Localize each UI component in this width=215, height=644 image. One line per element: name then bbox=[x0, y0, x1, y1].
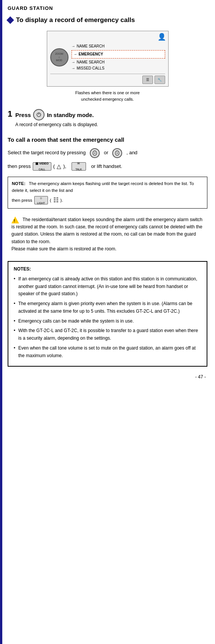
and-text: , and bbox=[126, 150, 137, 155]
select-text: Select the target record by pressing bbox=[8, 150, 86, 155]
step-content: Press In standby mode. A record of emerg… bbox=[15, 109, 207, 133]
subsection-title: To call a room that sent the emergency c… bbox=[8, 136, 207, 143]
flash-note: Flashes when there is one or moreuncheck… bbox=[8, 90, 207, 102]
paren-open: ( bbox=[53, 161, 55, 171]
device-bottom: ☰ 🔧 bbox=[50, 74, 165, 84]
video-call-button[interactable]: ▩ VIDEO CALL bbox=[33, 162, 51, 171]
instruction-line-2: then press ▩ VIDEO CALL ( △ ), ✉ TALK or… bbox=[8, 161, 207, 172]
or-text: or bbox=[104, 150, 108, 155]
grid-icon: ☷ bbox=[53, 195, 59, 205]
device-knob: ZOOM ○ MOD bbox=[50, 48, 68, 66]
notes-item-1: If an emergency call is already active o… bbox=[14, 275, 201, 298]
step-1-row: 1 Press In standby mode. A record of eme… bbox=[8, 109, 207, 133]
page-number: - 47 - bbox=[8, 374, 207, 380]
note-then-press: then press bbox=[12, 197, 32, 204]
device-btn-wrench: 🔧 bbox=[154, 76, 165, 84]
step-desc: A record of emergency calls is displayed… bbox=[15, 122, 207, 127]
notes-item-5: Even when the call tone volume is set to… bbox=[14, 345, 201, 360]
warning-box: ! The residential/tenant station keeps s… bbox=[8, 213, 207, 256]
notes-item-4: With the GT-2C-L and GT-2C, it is possib… bbox=[14, 327, 201, 342]
left-bar bbox=[0, 0, 2, 644]
notes-list: If an emergency call is already active o… bbox=[14, 275, 201, 360]
svg-point-3 bbox=[94, 152, 96, 154]
instruction-line: Select the target record by pressing or … bbox=[8, 147, 207, 158]
notes-title: NOTES: bbox=[14, 266, 201, 273]
notes-item-2: The emergency alarm is given priority ev… bbox=[14, 300, 201, 315]
note-label: NOTE: bbox=[12, 181, 25, 186]
emergency-label-text: EMERGENCY bbox=[79, 51, 103, 57]
talk-button[interactable]: ✉ TALK bbox=[72, 162, 86, 171]
note-box: NOTE: The emergency alarm keeps flashing… bbox=[8, 177, 207, 209]
label-name-search-2: → NAME SEARCH bbox=[72, 59, 165, 65]
label-missed-calls: → MISSED CALLS bbox=[72, 65, 165, 71]
note-paren-close: ). bbox=[61, 197, 63, 204]
diamond-icon bbox=[6, 16, 14, 24]
person-icon: 👤 bbox=[158, 33, 166, 41]
warning-text: The residential/tenant station keeps sou… bbox=[11, 217, 202, 252]
label-name-search-1: → NAME SEARCH bbox=[72, 43, 165, 49]
device-btn-list: ☰ bbox=[142, 76, 153, 84]
device-labels: → NAME SEARCH → EMERGENCY → NAME SEARCH … bbox=[72, 43, 165, 71]
phone-icon: △ bbox=[57, 161, 61, 172]
step-suffix: In standby mode. bbox=[47, 112, 94, 118]
section-title-text: To display a record of emergency calls bbox=[16, 16, 135, 24]
standby-button[interactable] bbox=[33, 109, 45, 120]
scroll-button-1[interactable] bbox=[90, 148, 100, 158]
section-title: To display a record of emergency calls bbox=[8, 16, 207, 24]
note-paren-open: ( bbox=[50, 197, 51, 204]
step-number: 1 bbox=[8, 110, 12, 118]
svg-point-5 bbox=[116, 152, 118, 154]
or-lift: or lift handset. bbox=[91, 161, 122, 171]
scroll-button-2[interactable] bbox=[112, 148, 122, 158]
then-press-text: then press bbox=[8, 161, 31, 171]
note-text1: The emergency alarm keeps flashing until… bbox=[12, 181, 194, 193]
paren-mid: ), bbox=[63, 161, 66, 171]
step-action: Press bbox=[15, 112, 31, 118]
notes-item-3: Emergency calls can be made while the sy… bbox=[14, 318, 201, 325]
notes-box: NOTES: If an emergency call is already a… bbox=[8, 261, 207, 367]
device-main: ZOOM ○ MOD → NAME SEARCH → EMERGENCY → N… bbox=[50, 43, 165, 71]
device-diagram: 👤 ZOOM ○ MOD → NAME SEARCH → EMERGENCY bbox=[47, 31, 169, 87]
label-emergency: → EMERGENCY bbox=[72, 50, 165, 59]
note-line2: then press ☼ LIGHT ( ☷ ). bbox=[12, 195, 203, 205]
light-button[interactable]: ☼ LIGHT bbox=[34, 196, 48, 204]
step-main: Press In standby mode. bbox=[15, 109, 207, 120]
header-label: GUARD STATION bbox=[8, 5, 207, 11]
